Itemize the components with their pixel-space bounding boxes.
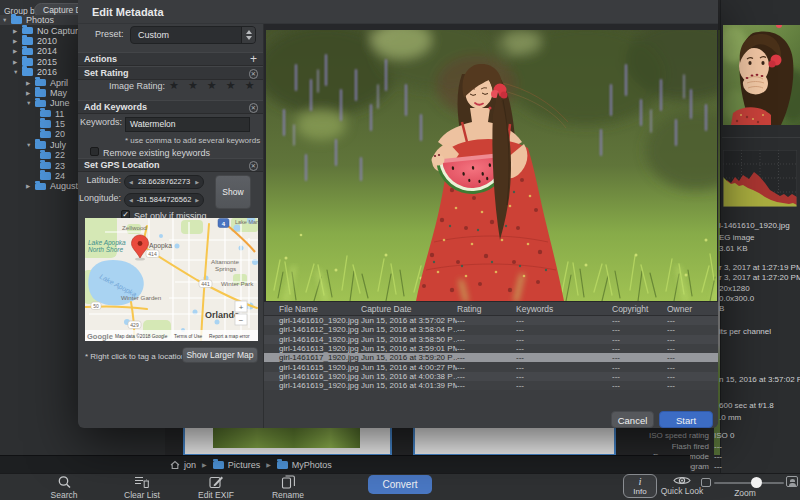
folder-icon bbox=[22, 68, 33, 76]
disclosure-icon[interactable]: ▶ bbox=[13, 59, 22, 65]
show-pin-button[interactable]: Show Pin bbox=[215, 175, 251, 209]
disclosure-icon[interactable]: ▶ bbox=[26, 183, 35, 189]
table-row[interactable]: girl-1461612_1920.jpgJun 15, 2016 at 3:5… bbox=[264, 325, 718, 334]
disclosure-icon[interactable]: ▶ bbox=[13, 38, 22, 44]
cancel-button[interactable]: Cancel bbox=[611, 411, 654, 428]
gps-map[interactable]: Zellwood Lake Mar Lake Apopka North Shor… bbox=[85, 218, 258, 341]
keywords-input[interactable]: Watermelon bbox=[125, 117, 250, 132]
column-capture-date[interactable]: Capture Date bbox=[361, 304, 457, 314]
column-copyright[interactable]: Copyright bbox=[612, 304, 667, 314]
table-row[interactable]: girl-1461610_1920.jpgJun 15, 2016 at 3:5… bbox=[264, 316, 718, 325]
table-row[interactable]: girl-1461616_1920.jpgJun 15, 2016 at 4:0… bbox=[264, 372, 718, 381]
tree-label: 20 bbox=[55, 129, 65, 139]
route-badge-50: 50 bbox=[91, 302, 101, 310]
svg-text:429: 429 bbox=[130, 322, 139, 328]
svg-text:−: − bbox=[239, 316, 244, 325]
latitude-stepper[interactable]: ◀ 28.6628762273 ▶ bbox=[124, 175, 204, 189]
dialog-right-pane: File Name Capture Date Rating Keywords C… bbox=[263, 24, 718, 428]
close-section-icon[interactable]: ✕ bbox=[249, 161, 259, 171]
table-row-selected[interactable]: girl-1461617_1920.jpgJun 15, 2016 at 3:5… bbox=[264, 353, 718, 362]
svg-text:441: 441 bbox=[201, 281, 210, 287]
stepper-right-icon[interactable]: ▶ bbox=[195, 176, 199, 188]
longitude-stepper[interactable]: ◀ -81.5844726562 ▶ bbox=[124, 193, 204, 207]
meta-modified-date: r 3, 2017 at 1:27:20 PM bbox=[719, 273, 800, 282]
folder-icon bbox=[11, 16, 22, 24]
breadcrumb-pictures[interactable]: Pictures bbox=[228, 460, 261, 470]
meta-filetype: EG image bbox=[719, 233, 755, 242]
folder-icon bbox=[35, 100, 46, 108]
table-row[interactable]: girl-1461613_1920.jpgJun 15, 2016 at 3:5… bbox=[264, 344, 718, 353]
convert-button[interactable]: Convert bbox=[368, 475, 432, 494]
search-icon bbox=[57, 475, 72, 489]
stepper-left-icon[interactable]: ◀ bbox=[129, 194, 133, 206]
disclosure-icon[interactable]: ▶ bbox=[26, 90, 35, 96]
table-row[interactable]: girl-1461619_1920.jpgJun 15, 2016 at 4:0… bbox=[264, 381, 718, 390]
folder-icon bbox=[40, 110, 51, 118]
disclosure-icon[interactable]: ▼ bbox=[26, 100, 35, 106]
rename-button[interactable]: Rename bbox=[258, 475, 318, 500]
eye-icon bbox=[673, 475, 691, 486]
map-terms-link[interactable]: Terms of Use bbox=[174, 334, 203, 339]
map-label-springs: Springs bbox=[215, 265, 236, 272]
edit-icon bbox=[209, 475, 224, 489]
add-action-button[interactable]: + bbox=[250, 53, 257, 66]
stepper-left-icon[interactable]: ◀ bbox=[129, 176, 133, 188]
zoom-slider-knob[interactable] bbox=[751, 477, 762, 488]
actions-header: Actions + bbox=[78, 52, 263, 66]
disclosure-icon[interactable]: ▼ bbox=[2, 17, 11, 23]
disclosure-icon[interactable]: ▶ bbox=[13, 48, 22, 54]
remove-keywords-label: Remove existing keywords bbox=[103, 148, 210, 158]
search-button[interactable]: Search bbox=[34, 475, 94, 500]
column-keywords[interactable]: Keywords bbox=[516, 304, 612, 314]
column-rating[interactable]: Rating bbox=[457, 304, 516, 314]
breadcrumb-home[interactable]: jon bbox=[184, 460, 196, 470]
map-label-altamonte: Altamonte bbox=[211, 258, 239, 265]
stepper-right-icon[interactable]: ▶ bbox=[195, 194, 199, 206]
info-button[interactable]: i Info bbox=[623, 474, 657, 498]
map-zoom-out-button[interactable]: − bbox=[235, 314, 247, 325]
rating-stars[interactable]: ★ ★ ★ ★ ★ bbox=[169, 79, 258, 92]
column-owner[interactable]: Owner bbox=[667, 304, 718, 314]
folder-icon bbox=[40, 162, 51, 170]
map-label-winter-park: Winter Park bbox=[221, 280, 254, 287]
folder-icon bbox=[22, 58, 33, 66]
zoom-slider-track[interactable] bbox=[714, 482, 784, 484]
folder-icon bbox=[35, 79, 46, 87]
dialog-title-bar[interactable]: Edit Metadata bbox=[78, 0, 718, 24]
rename-icon bbox=[281, 475, 296, 489]
close-section-icon[interactable]: ✕ bbox=[249, 69, 259, 79]
disclosure-icon[interactable]: ▶ bbox=[26, 80, 35, 86]
disclosure-icon[interactable]: ▼ bbox=[26, 142, 35, 148]
panel-divider bbox=[722, 137, 800, 138]
table-row[interactable]: girl-1461614_1920.jpgJun 15, 2016 at 3:5… bbox=[264, 335, 718, 344]
table-row[interactable]: girl-1461615_1920.jpgJun 15, 2016 at 4:0… bbox=[264, 362, 718, 371]
route-badge-441: 441 bbox=[199, 280, 212, 288]
breadcrumb-myphotos[interactable]: MyPhotos bbox=[292, 460, 332, 470]
tree-label: 22 bbox=[55, 150, 65, 160]
tree-label: 23 bbox=[55, 161, 65, 171]
disclosure-icon[interactable]: ▶ bbox=[13, 28, 22, 34]
chevron-right-icon: ▶ bbox=[202, 461, 207, 468]
map-zoom-in-button[interactable]: + bbox=[235, 301, 247, 312]
clear-list-button[interactable]: Clear List bbox=[112, 475, 172, 500]
map-report-link[interactable]: Report a map error bbox=[209, 334, 250, 339]
meta-bits: its per channel bbox=[719, 327, 771, 336]
google-logo: Google bbox=[87, 332, 113, 341]
disclosure-icon[interactable]: ▼ bbox=[13, 69, 22, 75]
preset-value: Custom bbox=[138, 30, 169, 40]
quick-look-button[interactable]: Quick Look bbox=[660, 475, 704, 496]
column-file-name[interactable]: File Name bbox=[264, 304, 361, 314]
tree-label: April bbox=[50, 78, 68, 88]
info-panel-thumbnail[interactable] bbox=[723, 25, 800, 125]
close-section-icon[interactable]: ✕ bbox=[249, 103, 259, 113]
show-larger-map-button[interactable]: Show Larger Map bbox=[182, 347, 258, 363]
latitude-label: Latitude: bbox=[78, 175, 121, 185]
start-button[interactable]: Start bbox=[659, 411, 713, 428]
keywords-hint: * use comma to add several keywords bbox=[125, 136, 260, 145]
dropdown-stepper-icon bbox=[241, 27, 255, 43]
preset-dropdown[interactable]: Custom bbox=[130, 26, 256, 44]
edit-exif-button[interactable]: Edit EXIF bbox=[186, 475, 246, 500]
remove-keywords-checkbox[interactable] bbox=[90, 147, 99, 156]
meta-filesize: 3.61 KB bbox=[719, 244, 747, 253]
tree-label: 2014 bbox=[37, 46, 57, 56]
